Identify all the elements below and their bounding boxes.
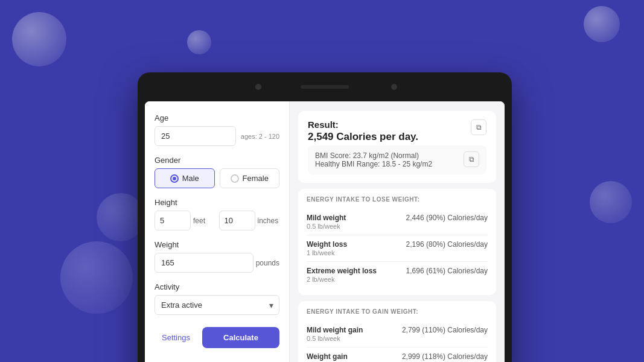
energy-label-group: Weight loss 1 lb/week	[307, 240, 347, 256]
activity-select-wrap: Sedentary Lightly active Moderately acti…	[155, 295, 279, 315]
tablet-frame: Age ages: 2 - 120 Gender Male	[138, 72, 512, 362]
energy-row-value: 2,799 (110%) Calories/day	[402, 326, 488, 334]
energy-label-group: Mild weight gain 0.5 lb/week	[307, 326, 363, 342]
result-calories: 2,549 Calories per day.	[308, 131, 418, 143]
right-panel: Result: 2,549 Calories per day. ⧉ BMI Sc…	[290, 101, 505, 362]
energy-row-label: Weight loss	[307, 240, 347, 249]
weight-row: pounds	[155, 253, 279, 273]
tablet-top-bar	[138, 72, 512, 101]
bmi-range: Healthy BMI Range: 18.5 - 25 kg/m2	[315, 160, 432, 168]
copy-result-button[interactable]: ⧉	[471, 119, 486, 135]
energy-label-group: Weight gain 1 lb/week	[307, 352, 348, 362]
male-radio-dot	[170, 174, 179, 183]
copy-bmi-icon: ⧉	[469, 155, 474, 164]
age-input[interactable]	[155, 126, 236, 146]
weight-unit-label: pounds	[256, 259, 279, 267]
bmi-header: BMI Score: 23.7 kg/m2 (Normal) Healthy B…	[315, 151, 479, 168]
gain-weight-title: ENERGY INTAKE TO GAIN WEIGHT:	[307, 308, 488, 315]
bubble-decoration-1	[12, 12, 66, 66]
energy-row-sublabel: 1 lb/week	[307, 249, 347, 256]
gain-weight-row: Mild weight gain 0.5 lb/week 2,799 (110%…	[307, 321, 488, 348]
weight-input[interactable]	[155, 253, 253, 273]
age-field-group: Age ages: 2 - 120	[155, 113, 279, 146]
camera-left	[255, 84, 261, 90]
weight-field-group: Weight pounds	[155, 240, 279, 273]
female-radio-dot	[231, 174, 239, 183]
energy-row-sublabel: 0.5 lb/week	[307, 335, 363, 342]
age-hint: ages: 2 - 120	[241, 133, 279, 140]
feet-unit-label: feet	[193, 217, 205, 225]
energy-row-sublabel: 2 lb/week	[307, 276, 377, 283]
height-row: feet inches	[155, 211, 279, 230]
height-feet-input[interactable]	[155, 211, 191, 230]
bmi-card: BMI Score: 23.7 kg/m2 (Normal) Healthy B…	[308, 145, 486, 174]
inches-unit-label: inches	[258, 217, 279, 225]
activity-label: Activity	[155, 282, 279, 291]
activity-field-group: Activity Sedentary Lightly active Modera…	[155, 282, 279, 315]
energy-row-value: 2,999 (118%) Calories/day	[402, 352, 488, 361]
lose-weight-rows: Mild weight 0.5 lb/week 2,446 (90%) Calo…	[307, 209, 488, 288]
bubble-decoration-4	[60, 241, 133, 314]
age-label: Age	[155, 113, 279, 122]
bubble-decoration-6	[590, 181, 632, 223]
energy-row-label: Extreme weight loss	[307, 267, 377, 275]
settings-button[interactable]: Settings	[155, 328, 197, 347]
bmi-text-block: BMI Score: 23.7 kg/m2 (Normal) Healthy B…	[315, 151, 432, 168]
age-row: ages: 2 - 120	[155, 126, 279, 146]
gender-male-option[interactable]: Male	[155, 168, 215, 188]
activity-select[interactable]: Sedentary Lightly active Moderately acti…	[155, 295, 279, 315]
action-row: Settings Calculate	[155, 327, 279, 348]
lose-weight-row: Weight loss 1 lb/week 2,196 (80%) Calori…	[307, 235, 488, 262]
height-field-group: Height feet inches	[155, 198, 279, 230]
energy-label-group: Mild weight 0.5 lb/week	[307, 214, 346, 230]
bmi-score: BMI Score: 23.7 kg/m2 (Normal)	[315, 151, 432, 160]
male-label: Male	[182, 174, 199, 183]
height-feet-wrap: feet	[155, 211, 215, 230]
energy-row-value: 2,446 (90%) Calories/day	[406, 214, 488, 222]
weight-label: Weight	[155, 240, 279, 249]
gender-row: Male Female	[155, 168, 279, 188]
gain-weight-row: Weight gain 1 lb/week 2,999 (118%) Calor…	[307, 348, 488, 362]
female-label: Female	[243, 174, 269, 183]
camera-right	[391, 84, 397, 90]
energy-row-value: 1,696 (61%) Calories/day	[406, 267, 488, 275]
height-inches-wrap: inches	[219, 211, 280, 230]
result-header: Result: 2,549 Calories per day. ⧉	[308, 119, 486, 143]
calculate-button[interactable]: Calculate	[202, 327, 279, 348]
gain-weight-rows: Mild weight gain 0.5 lb/week 2,799 (110%…	[307, 321, 488, 362]
lose-weight-row: Extreme weight loss 2 lb/week 1,696 (61%…	[307, 262, 488, 288]
result-title: Result:	[308, 119, 418, 130]
energy-row-sublabel: 0.5 lb/week	[307, 223, 346, 230]
gender-label: Gender	[155, 156, 279, 165]
energy-row-label: Mild weight	[307, 214, 346, 222]
left-panel: Age ages: 2 - 120 Gender Male	[145, 101, 290, 362]
gender-female-option[interactable]: Female	[220, 168, 280, 188]
bubble-decoration-2	[187, 30, 211, 54]
energy-row-value: 2,196 (80%) Calories/day	[406, 240, 488, 249]
energy-label-group: Extreme weight loss 2 lb/week	[307, 267, 377, 283]
male-radio-dot-inner	[173, 177, 176, 180]
copy-icon: ⧉	[476, 123, 482, 132]
result-card: Result: 2,549 Calories per day. ⧉ BMI Sc…	[298, 111, 496, 183]
bubble-decoration-3	[584, 6, 620, 42]
height-label: Height	[155, 198, 279, 207]
height-inches-input[interactable]	[219, 211, 255, 230]
gain-weight-section: ENERGY INTAKE TO GAIN WEIGHT: Mild weigh…	[298, 301, 496, 362]
energy-row-label: Mild weight gain	[307, 326, 363, 334]
lose-weight-section: ENERGY INTAKE TO LOSE WEIGHT: Mild weigh…	[298, 189, 496, 295]
lose-weight-title: ENERGY INTAKE TO LOSE WEIGHT:	[307, 196, 488, 203]
speaker	[301, 85, 349, 89]
result-text-block: Result: 2,549 Calories per day.	[308, 119, 418, 143]
copy-bmi-button[interactable]: ⧉	[464, 151, 479, 167]
lose-weight-row: Mild weight 0.5 lb/week 2,446 (90%) Calo…	[307, 209, 488, 235]
app-content: Age ages: 2 - 120 Gender Male	[145, 101, 505, 362]
gender-field-group: Gender Male Female	[155, 156, 279, 188]
energy-row-label: Weight gain	[307, 352, 348, 361]
